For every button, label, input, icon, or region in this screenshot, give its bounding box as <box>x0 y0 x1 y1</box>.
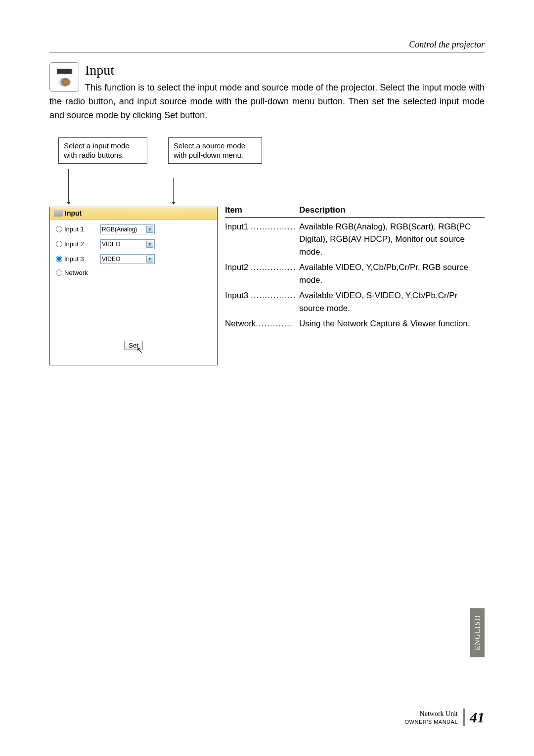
radio-input3[interactable] <box>56 256 62 262</box>
section-title: Input <box>49 62 485 78</box>
row-item-2: Input2 <box>225 263 248 272</box>
paragraph-after: button. <box>178 110 207 120</box>
description-table: Item Description Input1 ................… <box>225 205 485 330</box>
radio-input2-text: Input 2 <box>64 240 84 248</box>
page-footer: Network Unit OWNER'S MANUAL 41 <box>405 709 485 726</box>
panel-title-icon <box>54 210 63 217</box>
select-input1-value: RGB(Analog) <box>102 226 137 233</box>
radio-input1-text: Input 1 <box>64 225 84 233</box>
row-desc-2: Available VIDEO, Y,Cb/Pb,Cr/Pr, RGB sour… <box>299 261 485 286</box>
cursor-icon: ↖ <box>136 346 143 355</box>
page-header-breadcrumb: Control the projector <box>49 40 485 52</box>
row-dots-4: ............. <box>256 319 292 328</box>
radio-input1[interactable] <box>56 226 62 232</box>
panel-titlebar: Input <box>50 207 217 220</box>
annotation-area: Select a input mode with radio buttons. … <box>49 137 485 187</box>
row-item-4: Network <box>225 319 256 328</box>
row-dots-1: ................ <box>251 222 296 231</box>
radio-network-label[interactable]: Network <box>56 269 100 276</box>
table-row: Input3 ................ Available VIDEO,… <box>225 286 485 314</box>
row-item-1: Input1 <box>225 222 248 231</box>
radio-input2[interactable] <box>56 241 62 247</box>
lens-icon <box>58 78 71 87</box>
radio-input3-text: Input 3 <box>64 255 84 263</box>
radio-network-text: Network <box>64 269 88 276</box>
footer-subtitle: OWNER'S MANUAL <box>405 718 458 726</box>
select-input3-value: VIDEO <box>102 256 120 263</box>
select-input2-value: VIDEO <box>102 241 120 248</box>
radio-input1-label[interactable]: Input 1 <box>56 225 100 233</box>
chevron-down-icon[interactable]: ▼ <box>146 241 153 248</box>
select-input3[interactable]: VIDEO ▼ <box>100 254 155 264</box>
select-input2[interactable]: VIDEO ▼ <box>100 239 155 249</box>
annotation-radio: Select a input mode with radio buttons. <box>58 137 147 164</box>
row-item-3: Input3 <box>225 291 248 300</box>
table-row: Input2 ................ Available VIDEO,… <box>225 258 485 286</box>
chevron-down-icon[interactable]: ▼ <box>146 256 153 263</box>
language-tab: ENGLISH <box>470 608 485 657</box>
set-label-inline: Set <box>164 110 178 120</box>
table-header-desc: Description <box>299 205 346 215</box>
paragraph-main: This function is to select the input mod… <box>49 83 485 120</box>
table-row: Network............. Using the Network C… <box>225 314 485 330</box>
input-panel: Input Input 1 RGB(Analog) ▼ <box>49 207 218 365</box>
annotation-pulldown: Select a source mode with pull-down menu… <box>168 137 262 164</box>
select-input1[interactable]: RGB(Analog) ▼ <box>100 224 155 234</box>
section-paragraph: This function is to select the input mod… <box>49 81 485 123</box>
radio-network[interactable] <box>56 269 62 276</box>
annotation-arrow-2 <box>173 178 174 202</box>
row-desc-4: Using the Network Capture & Viewer funct… <box>299 317 485 330</box>
radio-input3-label[interactable]: Input 3 <box>56 255 100 263</box>
chevron-down-icon[interactable]: ▼ <box>146 226 153 233</box>
panel-title-text: Input <box>65 209 82 217</box>
footer-divider <box>463 709 465 726</box>
table-header-item: Item <box>225 205 299 215</box>
row-desc-3: Available VIDEO, S-VIDEO, Y,Cb/Pb,Cr/Pr … <box>299 289 485 314</box>
row-dots-2: ................ <box>251 263 296 272</box>
section-icon <box>49 62 79 92</box>
annotation-arrow-1 <box>68 169 69 202</box>
radio-input2-label[interactable]: Input 2 <box>56 240 100 248</box>
footer-title: Network Unit <box>405 709 458 719</box>
page-number: 41 <box>470 709 485 726</box>
table-row: Input1 ................ Available RGB(An… <box>225 218 485 259</box>
projector-icon <box>56 68 73 75</box>
row-desc-1: Available RGB(Analog), RGB(Scart), RGB(P… <box>299 221 485 259</box>
row-dots-3: ................ <box>251 291 296 300</box>
